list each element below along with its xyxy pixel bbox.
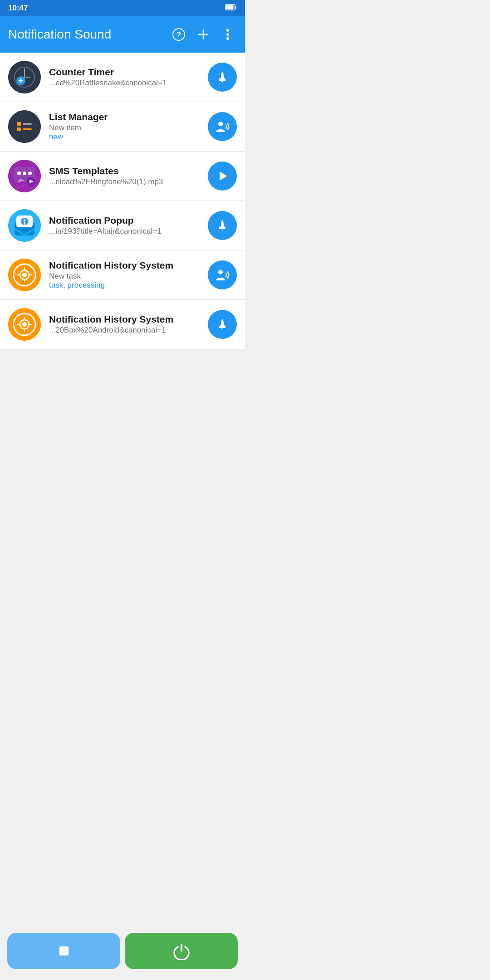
svg-rect-36 [24, 223, 25, 225]
list-item[interactable]: Counter Timer ...ed%20Rattlesnake&canoni… [0, 53, 245, 102]
notification-history-2-subtitle: ...20Box%20Android&canonical=1 [49, 326, 200, 335]
counter-timer-title: Counter Timer [49, 67, 200, 78]
svg-point-41 [22, 273, 27, 277]
list-manager-text: List Manager New item new [49, 112, 200, 142]
svg-point-7 [226, 29, 229, 32]
more-options-button[interactable] [219, 25, 237, 44]
notification-history-2-text: Notification History System ...20Box%20A… [49, 314, 200, 335]
notification-history-1-action-button[interactable] [208, 260, 237, 289]
svg-point-24 [17, 172, 21, 175]
svg-marker-30 [220, 172, 227, 181]
notification-popup-icon [8, 209, 41, 242]
status-time: 10:47 [8, 4, 28, 13]
notification-history-1-tag: task, processing [49, 281, 200, 290]
counter-timer-action-button[interactable] [208, 63, 237, 92]
list-item[interactable]: SMS Templates ...nload%2FRingtone%20(1).… [0, 152, 245, 201]
sms-templates-text: SMS Templates ...nload%2FRingtone%20(1).… [49, 166, 200, 186]
list-manager-title: List Manager [49, 112, 200, 122]
notification-history-2-title: Notification History System [49, 314, 200, 325]
svg-rect-2 [226, 5, 234, 10]
svg-rect-16 [17, 122, 21, 126]
svg-text:?: ? [176, 30, 181, 39]
sms-templates-action-button[interactable] [208, 162, 237, 191]
svg-point-26 [28, 172, 32, 175]
list-manager-icon [8, 110, 41, 143]
svg-point-25 [23, 172, 26, 175]
list-manager-subtitle: New item [49, 123, 200, 132]
svg-rect-35 [24, 219, 25, 223]
list-item[interactable]: Notification Popup ...ia/193?title=Altai… [0, 201, 245, 250]
notification-history-1-title: Notification History System [49, 260, 200, 271]
notification-popup-action-button[interactable] [208, 211, 237, 240]
sms-templates-subtitle: ...nload%2FRingtone%20(1).mp3 [49, 177, 200, 186]
list-item[interactable]: Notification History System ...20Box%20A… [0, 300, 245, 349]
battery-icon [225, 4, 237, 13]
svg-point-9 [226, 37, 229, 40]
app-list: Counter Timer ...ed%20Rattlesnake&canoni… [0, 53, 245, 349]
app-bar-title: Notification Sound [8, 27, 163, 42]
sms-templates-title: SMS Templates [49, 166, 200, 176]
notification-popup-subtitle: ...ia/193?title=Altair&canonical=1 [49, 227, 200, 236]
notification-history-2-icon [8, 308, 41, 341]
svg-rect-18 [17, 127, 21, 131]
counter-timer-icon [8, 61, 41, 93]
notification-popup-text: Notification Popup ...ia/193?title=Altai… [49, 215, 200, 236]
svg-point-42 [218, 270, 223, 274]
content-area: Counter Timer ...ed%20Rattlesnake&canoni… [0, 53, 245, 408]
svg-point-15 [8, 110, 41, 143]
status-bar: 10:47 [0, 0, 245, 16]
notification-history-1-text: Notification History System New task tas… [49, 260, 200, 290]
notification-history-1-icon [8, 259, 41, 291]
svg-rect-19 [23, 128, 32, 130]
help-button[interactable]: ? [170, 25, 188, 44]
notification-history-2-action-button[interactable] [208, 310, 237, 339]
svg-rect-1 [235, 6, 237, 9]
sms-templates-icon [8, 160, 41, 192]
notification-history-1-subtitle: New task [49, 272, 200, 281]
list-item[interactable]: List Manager New item new [0, 102, 245, 152]
notification-popup-title: Notification Popup [49, 215, 200, 226]
svg-point-20 [218, 122, 223, 126]
svg-point-47 [22, 322, 27, 327]
svg-rect-17 [23, 123, 32, 125]
counter-timer-text: Counter Timer ...ed%20Rattlesnake&canoni… [49, 67, 200, 88]
list-manager-action-button[interactable] [208, 112, 237, 141]
list-item[interactable]: Notification History System New task tas… [0, 250, 245, 300]
counter-timer-subtitle: ...ed%20Rattlesnake&canonical=1 [49, 78, 200, 88]
list-manager-tag: new [49, 132, 200, 142]
svg-point-8 [226, 33, 229, 36]
app-bar: Notification Sound ? [0, 16, 245, 53]
add-button[interactable] [194, 25, 212, 44]
